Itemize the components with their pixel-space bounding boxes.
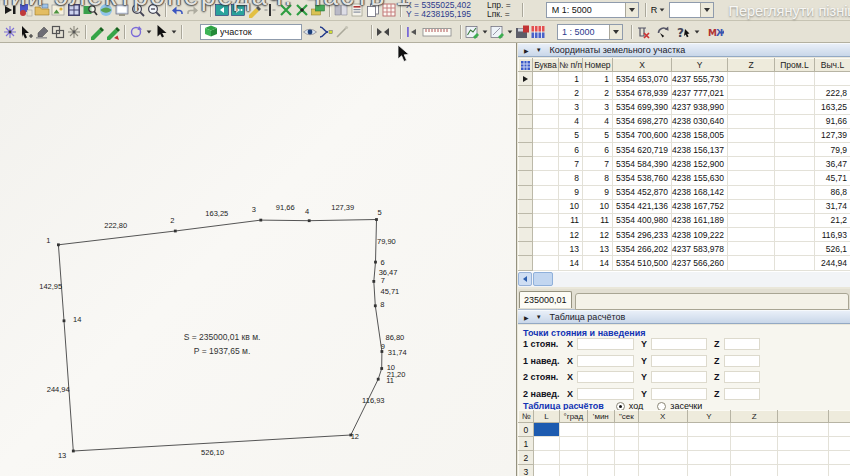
cell[interactable] [532, 157, 558, 171]
dropdown-arrow-icon[interactable] [692, 23, 701, 41]
row-selector[interactable] [519, 242, 533, 256]
cell[interactable] [728, 199, 775, 213]
cell[interactable] [532, 199, 558, 213]
station-4-x-field[interactable] [577, 388, 634, 400]
selected-cell[interactable] [533, 423, 559, 437]
cell[interactable] [728, 213, 775, 227]
eye-button[interactable] [302, 23, 318, 41]
calc-collapse-icon[interactable]: ▶ [524, 314, 529, 321]
map-scale-combo[interactable]: M 1: 5000 [546, 2, 639, 18]
calc-cell[interactable] [731, 423, 778, 437]
pointer-button[interactable] [153, 23, 169, 41]
calc-cell[interactable] [778, 437, 829, 451]
cell[interactable]: 4237 583,978 [672, 242, 728, 256]
dropdown-arrow-icon[interactable] [505, 23, 514, 41]
calc-cell[interactable] [778, 465, 829, 476]
station-1-y-field[interactable] [651, 338, 707, 350]
zoom-combo-dropdown-icon[interactable] [609, 25, 622, 39]
trace-line-button[interactable] [334, 23, 350, 41]
cell[interactable]: 4238 161,189 [672, 213, 728, 227]
calc-menu-icon[interactable]: ▼ [536, 314, 542, 320]
ruler-button[interactable] [420, 23, 453, 41]
cell[interactable] [532, 72, 558, 86]
cell[interactable]: 222,8 [814, 86, 850, 100]
calc-cell[interactable] [533, 451, 559, 465]
station-3-x-field[interactable] [577, 371, 634, 383]
cell[interactable]: 3 [583, 100, 613, 114]
cell[interactable]: 5 [558, 128, 582, 142]
watch-later-overlay[interactable]: Переглянути пізніш [728, 3, 850, 19]
calc-column-header-°град[interactable]: °град [559, 411, 587, 423]
cell[interactable]: 6 [558, 142, 582, 156]
row-selector[interactable] [519, 114, 533, 128]
station-1-z-field[interactable] [724, 338, 760, 350]
cell[interactable]: 4 [558, 114, 582, 128]
cell[interactable]: 2 [583, 86, 613, 100]
cell[interactable]: 86,8 [814, 185, 850, 199]
delete-points-button[interactable] [635, 23, 651, 41]
station-4-z-field[interactable] [724, 388, 760, 400]
calc-cell[interactable] [587, 465, 614, 476]
draw-parcel-button[interactable] [89, 23, 105, 41]
cell[interactable]: 5354 538,760 [613, 171, 672, 185]
cell[interactable]: 9 [558, 185, 582, 199]
scrollbar-thumb[interactable] [533, 272, 553, 286]
cell[interactable] [532, 128, 558, 142]
cell[interactable]: 31,74 [814, 199, 850, 213]
calc-cell[interactable] [638, 465, 687, 476]
cell[interactable] [774, 86, 814, 100]
coords-table-scrollbar[interactable] [518, 272, 850, 287]
help-pointer-button[interactable]: ? [676, 23, 692, 41]
cell[interactable]: 526,1 [814, 242, 850, 256]
coords-panel-header[interactable]: ▶ ▼ Координаты земельного участка [518, 43, 850, 57]
row-selector[interactable] [519, 185, 533, 199]
calc-column-header-"сек[interactable]: "сек [614, 411, 638, 423]
add-vertex-button[interactable] [18, 23, 34, 41]
calc-cell[interactable] [614, 451, 638, 465]
calc-cell[interactable] [559, 437, 587, 451]
table-corner-cell[interactable] [519, 59, 533, 72]
cell[interactable] [774, 185, 814, 199]
column-header-Выч.L[interactable]: Выч.L [814, 59, 850, 72]
calc-cell[interactable] [829, 465, 850, 476]
cell[interactable]: 116,93 [814, 228, 850, 242]
dropdown-arrow-icon[interactable] [144, 23, 153, 41]
cell[interactable]: 5354 400,980 [613, 213, 672, 227]
layer-combo[interactable]: участок [200, 24, 302, 40]
station-1-x-field[interactable] [577, 338, 634, 350]
cell[interactable]: 12 [558, 228, 582, 242]
mzh-button[interactable]: МЖ [708, 23, 724, 41]
cell[interactable]: 8 [558, 171, 582, 185]
calc-row-label[interactable]: 2 [519, 451, 534, 465]
draw-parcel-red-button[interactable] [105, 23, 121, 41]
column-header-Y[interactable]: Y [672, 59, 728, 72]
cell[interactable]: 6 [583, 142, 613, 156]
row-selector[interactable] [519, 142, 533, 156]
calc-cell[interactable] [587, 437, 614, 451]
zoom-combo[interactable]: 1 : 5000 [557, 24, 623, 40]
eraser-button[interactable] [34, 23, 50, 41]
cell[interactable]: 5354 452,870 [613, 185, 672, 199]
join-lines-button[interactable] [318, 23, 334, 41]
cell[interactable] [532, 242, 558, 256]
map-scale-dropdown-icon[interactable] [625, 3, 638, 17]
column-header-Пром.L[interactable]: Пром.L [774, 59, 814, 72]
cell[interactable] [532, 213, 558, 227]
station-3-z-field[interactable] [724, 371, 760, 383]
row-selector[interactable] [519, 256, 533, 270]
cell[interactable]: 8 [583, 171, 613, 185]
calc-cell[interactable] [614, 437, 638, 451]
cell[interactable] [774, 171, 814, 185]
cell[interactable] [728, 242, 775, 256]
cell[interactable] [774, 72, 814, 86]
cell[interactable] [728, 157, 775, 171]
calc-grid[interactable]: №L°град'мин"секXYZ0123 [518, 410, 850, 476]
row-selector[interactable] [519, 213, 533, 227]
pan-hand-button[interactable] [66, 23, 82, 41]
cell[interactable]: 5354 620,719 [613, 142, 672, 156]
cell[interactable] [774, 228, 814, 242]
cell[interactable]: 14 [558, 256, 582, 270]
column-header-Номер[interactable]: Номер [583, 59, 613, 72]
calc-cell[interactable] [559, 451, 587, 465]
cell[interactable] [774, 242, 814, 256]
